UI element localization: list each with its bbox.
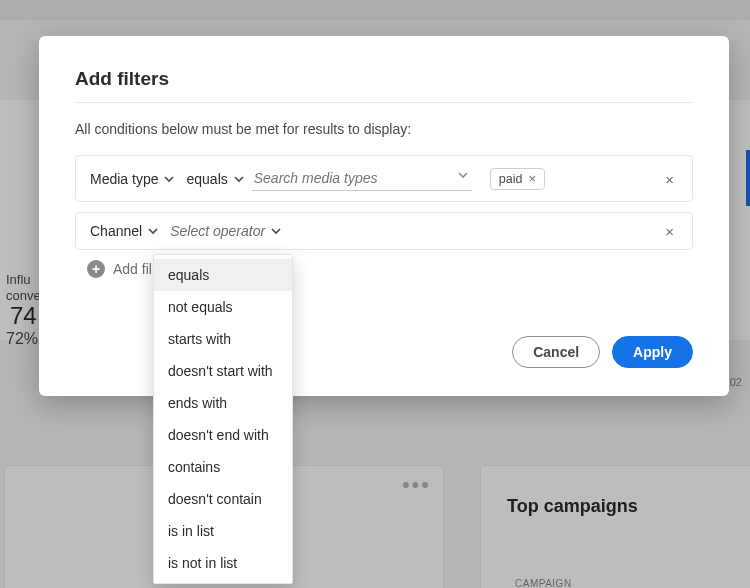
operator-select-row1[interactable]: equals bbox=[186, 171, 243, 187]
field-select-media-type[interactable]: Media type bbox=[90, 171, 174, 187]
modal-title: Add filters bbox=[75, 68, 693, 90]
operator-option[interactable]: ends with bbox=[154, 387, 292, 419]
add-filter-label: Add fil bbox=[113, 261, 152, 277]
plus-circle-icon: + bbox=[87, 260, 105, 278]
chevron-down-icon bbox=[148, 226, 158, 236]
field-label: Media type bbox=[90, 171, 158, 187]
operator-option[interactable]: doesn't start with bbox=[154, 355, 292, 387]
filter-row-1: Media type equals paid × × bbox=[75, 155, 693, 202]
chevron-down-icon bbox=[164, 174, 174, 184]
operator-option[interactable]: doesn't contain bbox=[154, 483, 292, 515]
field-label: Channel bbox=[90, 223, 142, 239]
operator-placeholder: Select operator bbox=[170, 223, 265, 239]
apply-button[interactable]: Apply bbox=[612, 336, 693, 368]
modal-instruction: All conditions below must be met for res… bbox=[75, 121, 693, 137]
operator-option[interactable]: is not in list bbox=[154, 547, 292, 579]
operator-select-row2[interactable]: Select operator bbox=[170, 223, 281, 239]
filter-tag-paid: paid × bbox=[490, 168, 545, 190]
tag-remove-icon[interactable]: × bbox=[528, 172, 536, 185]
chevron-down-icon bbox=[271, 226, 281, 236]
remove-filter-row-2[interactable]: × bbox=[661, 220, 678, 243]
filter-row-2: Channel Select operator × bbox=[75, 212, 693, 250]
value-search-wrap bbox=[252, 166, 472, 191]
divider bbox=[75, 102, 693, 103]
operator-option[interactable]: starts with bbox=[154, 323, 292, 355]
cancel-button[interactable]: Cancel bbox=[512, 336, 600, 368]
chevron-down-icon bbox=[234, 174, 244, 184]
operator-dropdown-menu: equalsnot equalsstarts withdoesn't start… bbox=[153, 254, 293, 584]
operator-option[interactable]: contains bbox=[154, 451, 292, 483]
tag-label: paid bbox=[499, 172, 523, 186]
chevron-down-icon[interactable] bbox=[458, 170, 468, 180]
operator-option[interactable]: not equals bbox=[154, 291, 292, 323]
operator-option[interactable]: equals bbox=[154, 259, 292, 291]
operator-option[interactable]: doesn't end with bbox=[154, 419, 292, 451]
remove-filter-row-1[interactable]: × bbox=[661, 167, 678, 190]
search-media-types-input[interactable] bbox=[252, 166, 472, 191]
operator-option[interactable]: is in list bbox=[154, 515, 292, 547]
add-filters-modal: Add filters All conditions below must be… bbox=[39, 36, 729, 396]
field-select-channel[interactable]: Channel bbox=[90, 223, 158, 239]
operator-label: equals bbox=[186, 171, 227, 187]
